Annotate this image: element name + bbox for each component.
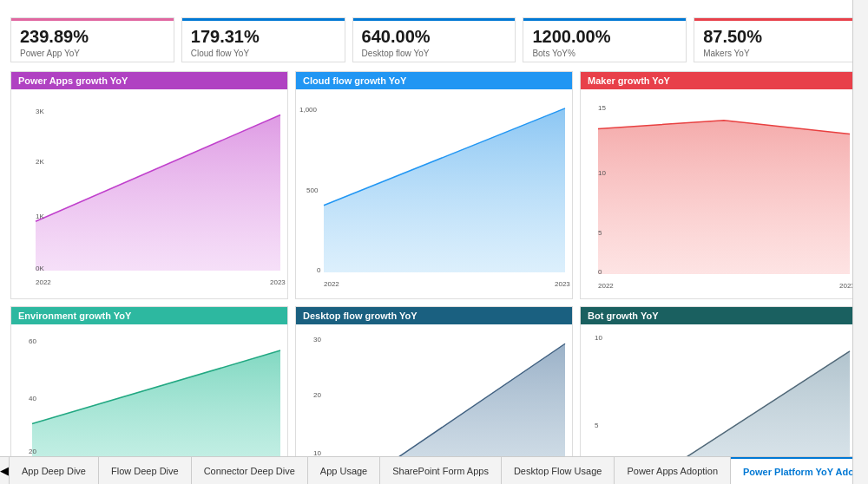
chart-title-0: Power Apps growth YoY [11,72,287,89]
svg-text:40: 40 [29,395,36,402]
tab-7[interactable]: Power Platform YoY Adoption [731,457,868,484]
svg-text:2K: 2K [36,158,44,166]
svg-marker-27 [317,343,565,456]
svg-text:1K: 1K [36,213,44,220]
chart-svg-4: 30 20 10 2022 2023 [296,324,572,456]
chart-svg-1: 1,000 500 0 2022 2023 [296,89,572,298]
svg-text:10: 10 [313,449,321,456]
kpi-label-4: Makers YoY [703,49,848,58]
chart-title-1: Cloud flow growth YoY [296,72,572,89]
kpi-card-4: 87.50% Makers YoY [694,17,858,62]
chart-card-5: Bot growth YoY 10 5 0 2022 2023 [580,306,858,456]
chart-title-3: Environment growth YoY [11,307,287,324]
svg-marker-13 [598,121,850,274]
chart-body-2: 15 10 5 0 2022 2023 [581,89,857,298]
tab-6[interactable]: Power Apps Adoption [615,457,731,484]
kpi-label-1: Cloud flow YoY [191,49,336,58]
chart-svg-5: 10 5 0 2022 2023 [581,324,857,456]
svg-text:10: 10 [595,334,602,342]
chart-body-3: 60 40 20 0 2022 2023 [11,324,287,456]
svg-text:15: 15 [598,104,606,112]
svg-text:0K: 0K [36,265,44,272]
tab-4[interactable]: SharePoint Form Apps [380,457,502,484]
svg-text:10: 10 [598,169,606,177]
svg-text:2023: 2023 [555,280,570,288]
kpi-value-0: 239.89% [20,27,165,47]
svg-text:30: 30 [313,336,321,343]
kpi-label-3: Bots YoY% [532,49,677,58]
svg-marker-0 [36,114,280,271]
kpi-label-2: Desktop flow YoY [362,49,507,58]
tab-5[interactable]: Desktop Flow Usage [502,457,615,484]
chart-title-5: Bot growth YoY [581,307,857,324]
kpi-card-3: 1200.00% Bots YoY% [523,17,687,62]
svg-text:3K: 3K [36,108,44,115]
chart-body-1: 1,000 500 0 2022 2023 [296,89,572,298]
kpi-card-1: 179.31% Cloud flow YoY [181,17,345,62]
chart-title-2: Maker growth YoY [581,72,857,89]
svg-marker-20 [32,350,280,456]
kpi-value-1: 179.31% [191,27,336,47]
tab-1[interactable]: Flow Deep Dive [99,457,192,484]
tab-2[interactable]: Connector Deep Dive [192,457,308,484]
kpi-label-0: Power App YoY [20,49,165,58]
chart-title-4: Desktop flow growth YoY [296,307,572,324]
chart-body-5: 10 5 0 2022 2023 [581,324,857,456]
svg-text:60: 60 [29,337,36,345]
kpi-value-4: 87.50% [703,27,848,47]
svg-text:5: 5 [598,229,602,237]
chart-svg-3: 60 40 20 0 2022 2023 [11,324,287,456]
svg-text:20: 20 [29,448,36,455]
chart-svg-0: 3K 2K 1K 0K 2022 2023 [11,89,287,298]
tab-3[interactable]: App Usage [308,457,380,484]
chart-body-0: 3K 2K 1K 0K 2022 2023 [11,89,287,298]
kpi-card-0: 239.89% Power App YoY [10,17,174,62]
svg-text:500: 500 [306,186,319,194]
filters-sidebar[interactable] [852,0,868,484]
svg-text:2022: 2022 [36,278,51,286]
chart-card-1: Cloud flow growth YoY 1,000 500 0 2022 2… [295,71,573,299]
kpi-value-3: 1200.00% [532,27,677,47]
svg-text:5: 5 [595,422,599,429]
svg-text:2023: 2023 [270,278,286,286]
tab-0[interactable]: App Deep Dive [10,457,99,484]
tab-prev-button[interactable]: ◀ [0,457,10,484]
svg-text:2022: 2022 [324,280,339,288]
svg-text:2022: 2022 [598,282,614,290]
svg-marker-33 [598,351,850,456]
chart-body-4: 30 20 10 2022 2023 [296,324,572,456]
chart-card-0: Power Apps growth YoY 3K 2K 1K 0K 2022 2… [10,71,288,299]
chart-card-2: Maker growth YoY 15 10 5 0 2022 2023 [580,71,858,299]
chart-svg-2: 15 10 5 0 2022 2023 [581,89,857,298]
svg-text:1,000: 1,000 [299,106,318,114]
svg-text:0: 0 [598,268,602,276]
kpi-value-2: 640.00% [362,27,507,47]
svg-text:20: 20 [313,391,321,399]
tab-bar: ◀ App Deep DiveFlow Deep DiveConnector D… [0,456,868,484]
chart-card-4: Desktop flow growth YoY 30 20 10 2022 20… [295,306,573,456]
svg-text:0: 0 [317,266,321,274]
kpi-card-2: 640.00% Desktop flow YoY [352,17,516,62]
chart-card-3: Environment growth YoY 60 40 20 0 2022 2… [10,306,288,456]
charts-grid: Power Apps growth YoY 3K 2K 1K 0K 2022 2… [10,71,858,456]
kpi-row: 239.89% Power App YoY 179.31% Cloud flow… [10,17,858,62]
